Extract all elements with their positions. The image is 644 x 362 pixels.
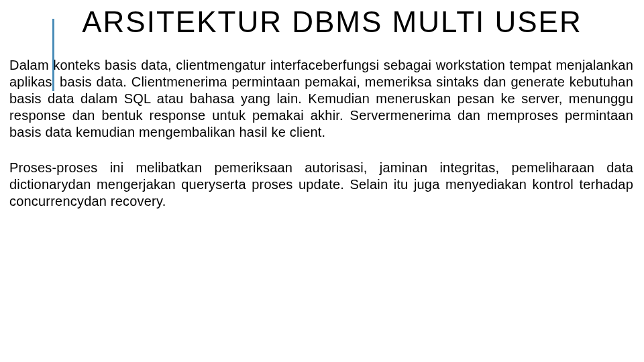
page-title: ARSITEKTUR DBMS MULTI USER bbox=[0, 5, 644, 40]
title-section: ARSITEKTUR DBMS MULTI USER bbox=[0, 0, 644, 52]
paragraph-1: Dalam konteks basis data, clientmengatur… bbox=[9, 57, 633, 141]
paragraph-2: Proses-proses ini melibatkan pemeriksaan… bbox=[9, 160, 633, 210]
body-section: Dalam konteks basis data, clientmengatur… bbox=[0, 52, 644, 210]
accent-bar bbox=[52, 19, 54, 91]
